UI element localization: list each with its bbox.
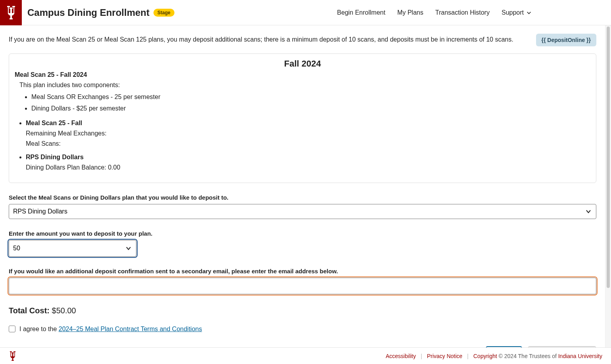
nav-begin-enrollment[interactable]: Begin Enrollment bbox=[337, 9, 385, 16]
footer-divider: | bbox=[467, 353, 469, 359]
term-title: Fall 2024 bbox=[15, 59, 590, 69]
select-plan-wrap: RPS Dining Dollars bbox=[9, 204, 596, 219]
content-wrap: You may add to your Dining Dollars balan… bbox=[9, 25, 596, 347]
select-plan-label: Select the Meal Scans or Dining Dollars … bbox=[9, 194, 596, 201]
app-title: Campus Dining Enrollment bbox=[27, 7, 149, 18]
account-line: Remaining Meal Exchanges: bbox=[26, 129, 590, 138]
list-item: RPS Dining Dollars Dining Dollars Plan B… bbox=[26, 152, 590, 172]
plan-name: Meal Scan 25 - Fall 2024 bbox=[15, 71, 590, 78]
total-cost-label: Total Cost: bbox=[9, 306, 50, 315]
iu-trident-icon bbox=[6, 6, 17, 19]
agree-prefix: I agree to the bbox=[19, 326, 59, 332]
footer: Accessibility | Privacy Notice | Copyrig… bbox=[0, 347, 611, 364]
plan-description: This plan includes two components: bbox=[19, 82, 590, 89]
footer-divider: | bbox=[421, 353, 422, 359]
scans-deposit-text: If you are on the Meal Scan 25 or Meal S… bbox=[9, 35, 531, 45]
deposit-online-chip[interactable]: {{ DepositOnline }} bbox=[536, 34, 596, 46]
agree-checkbox[interactable] bbox=[9, 326, 15, 332]
iu-trident-icon bbox=[9, 351, 17, 361]
term-card: Fall 2024 Meal Scan 25 - Fall 2024 This … bbox=[9, 53, 596, 183]
plan-components-list: Meal Scans OR Exchanges - 25 per semeste… bbox=[31, 91, 590, 114]
stage-badge: Stage bbox=[153, 9, 174, 17]
footer-copyright-link[interactable]: Copyright bbox=[473, 353, 497, 359]
footer-copyright: Copyright © 2024 The Trustees of Indiana… bbox=[473, 353, 602, 359]
scrollbar-thumb[interactable] bbox=[607, 27, 610, 288]
footer-accessibility-link[interactable]: Accessibility bbox=[386, 353, 416, 359]
amount-label: Enter the amount you want to deposit to … bbox=[9, 230, 596, 237]
nav-support[interactable]: Support bbox=[502, 9, 532, 16]
email-label: If you would like an additional deposit … bbox=[9, 268, 596, 274]
amount-wrap: 50 bbox=[9, 240, 136, 257]
account-title: RPS Dining Dollars bbox=[26, 152, 590, 162]
account-line: Dining Dollars Plan Balance: 0.00 bbox=[26, 163, 590, 172]
nav-support-label: Support bbox=[502, 9, 524, 16]
chevron-down-icon bbox=[526, 10, 532, 15]
footer-privacy-link[interactable]: Privacy Notice bbox=[427, 353, 462, 359]
terms-link[interactable]: 2024–25 Meal Plan Contract Terms and Con… bbox=[59, 326, 202, 332]
email-wrap bbox=[9, 278, 596, 294]
accounts-list: Meal Scan 25 - Fall Remaining Meal Excha… bbox=[26, 118, 590, 172]
footer-links: Accessibility | Privacy Notice | Copyrig… bbox=[386, 353, 602, 359]
select-plan-dropdown[interactable]: RPS Dining Dollars bbox=[9, 204, 596, 219]
total-cost-row: Total Cost: $50.00 bbox=[9, 306, 596, 315]
app-header: Campus Dining Enrollment Stage Begin Enr… bbox=[0, 0, 611, 25]
total-cost-value: $50.00 bbox=[52, 306, 76, 315]
agree-text: I agree to the 2024–25 Meal Plan Contrac… bbox=[19, 326, 202, 333]
footer-copyright-text: © 2024 The Trustees of bbox=[497, 353, 558, 359]
scans-deposit-row: If you are on the Meal Scan 25 or Meal S… bbox=[9, 34, 596, 46]
secondary-email-input[interactable] bbox=[9, 278, 596, 294]
nav-transaction-history[interactable]: Transaction History bbox=[435, 9, 490, 16]
account-title: Meal Scan 25 - Fall bbox=[26, 118, 590, 128]
nav-my-plans[interactable]: My Plans bbox=[397, 9, 423, 16]
amount-dropdown[interactable]: 50 bbox=[9, 240, 136, 257]
footer-iu-link[interactable]: Indiana University bbox=[558, 353, 602, 359]
dining-dollars-deposit-text: You may add to your Dining Dollars balan… bbox=[9, 25, 596, 27]
list-item: Meal Scan 25 - Fall Remaining Meal Excha… bbox=[26, 118, 590, 149]
list-item: Dining Dollars - $25 per semester bbox=[31, 103, 590, 114]
agree-row: I agree to the 2024–25 Meal Plan Contrac… bbox=[9, 326, 596, 333]
main-nav: Begin Enrollment My Plans Transaction Hi… bbox=[337, 9, 611, 16]
content-scroll-area[interactable]: You may add to your Dining Dollars balan… bbox=[0, 25, 605, 347]
list-item: Meal Scans OR Exchanges - 25 per semeste… bbox=[31, 91, 590, 103]
scrollbar-track[interactable] bbox=[605, 25, 611, 347]
account-line: Meal Scans: bbox=[26, 139, 590, 149]
iu-logo-block[interactable] bbox=[0, 0, 22, 25]
